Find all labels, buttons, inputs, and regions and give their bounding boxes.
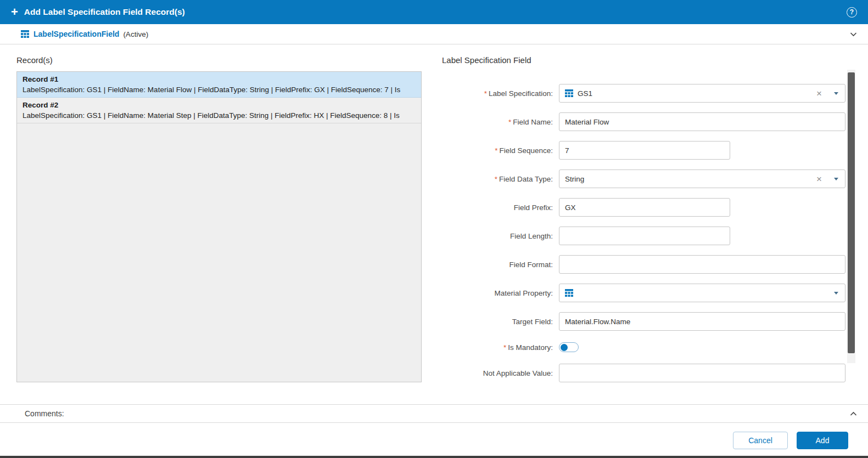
record-list-item-2[interactable]: Record #2 LabelSpecification: GS1 | Fiel… [17, 98, 421, 123]
target-field-label: Target Field: [442, 317, 559, 326]
field-name-input[interactable] [559, 112, 845, 131]
dialog-header: + Add Label Specification Field Record(s… [0, 0, 868, 24]
form-row-material-property: Material Property: [442, 284, 846, 302]
required-marker: * [495, 175, 497, 183]
field-sequence-input[interactable] [559, 141, 730, 160]
form-row-field-prefix: Field Prefix: [442, 198, 846, 217]
label-text: Not Applicable Value: [483, 369, 553, 377]
footer-actions: Cancel Add [733, 432, 848, 449]
is-mandatory-label: *Is Mandatory: [442, 343, 559, 352]
lookup-table-icon [565, 289, 573, 297]
dropdown-caret-icon[interactable] [834, 92, 838, 95]
form-row-field-sequence: *Field Sequence: [442, 141, 846, 160]
required-marker: * [503, 343, 506, 352]
clear-icon[interactable]: × [816, 174, 822, 184]
form-row-field-format: Field Format: [442, 255, 846, 274]
label-text: Field Data Type: [499, 175, 553, 183]
chevron-up-icon[interactable] [849, 409, 858, 419]
record-summary: LabelSpecification: GS1 | FieldName: Mat… [23, 110, 416, 121]
entity-name-link[interactable]: LabelSpecificationField [33, 30, 119, 38]
chevron-down-icon[interactable] [849, 30, 858, 39]
label-text: Is Mandatory: [508, 343, 553, 352]
dropdown-caret-icon[interactable] [834, 292, 838, 295]
form-row-field-name: *Field Name: [442, 112, 846, 131]
label-specification-field-form: *Label Specification: GS1 × *Field Name:… [442, 84, 846, 384]
not-applicable-value-input[interactable] [559, 364, 845, 382]
required-marker: * [484, 89, 487, 98]
field-prefix-input[interactable] [559, 198, 730, 217]
entity-status: (Active) [123, 30, 148, 38]
record-title: Record #1 [23, 74, 416, 84]
field-length-label: Field Length: [442, 231, 559, 241]
field-sequence-label: *Field Sequence: [442, 146, 559, 155]
material-property-combobox[interactable] [559, 284, 845, 302]
required-marker: * [508, 118, 511, 126]
toggle-knob [561, 344, 568, 351]
form-row-field-length: Field Length: [442, 227, 846, 245]
form-panel-title: Label Specification Field [442, 55, 531, 65]
field-data-type-value: String [565, 175, 812, 183]
form-scrollbar-thumb[interactable] [848, 72, 855, 353]
label-text: Label Specification: [489, 89, 553, 98]
lookup-table-icon [565, 89, 573, 98]
dropdown-caret-icon[interactable] [834, 178, 838, 180]
form-row-field-data-type: *Field Data Type: String × [442, 169, 846, 188]
label-specification-combobox[interactable]: GS1 × [559, 84, 845, 103]
field-prefix-label: Field Prefix: [442, 203, 559, 212]
window-bottom-edge [0, 456, 868, 458]
clear-icon[interactable]: × [816, 89, 822, 98]
dialog-title: Add Label Specification Field Record(s) [24, 7, 185, 17]
entity-bar: LabelSpecificationField (Active) [0, 24, 868, 44]
label-text: Field Length: [510, 232, 553, 240]
form-row-label-specification: *Label Specification: GS1 × [442, 84, 846, 103]
form-row-target-field: Target Field: [442, 312, 846, 331]
add-icon: + [11, 6, 18, 18]
form-row-not-applicable-value: Not Applicable Value: [442, 364, 846, 382]
label-text: Field Format: [509, 261, 553, 269]
records-panel-title: Record(s) [16, 55, 53, 65]
entity-table-icon [21, 30, 29, 38]
add-button[interactable]: Add [797, 432, 848, 449]
comments-label: Comments: [25, 409, 64, 418]
field-format-input[interactable] [559, 255, 845, 274]
record-title: Record #2 [23, 100, 416, 110]
field-data-type-select[interactable]: String × [559, 169, 845, 188]
is-mandatory-toggle[interactable] [559, 342, 579, 352]
field-length-input[interactable] [559, 227, 730, 245]
label-text: Material Property: [494, 289, 553, 297]
label-text: Target Field: [512, 318, 553, 326]
field-name-label: *Field Name: [442, 117, 559, 127]
help-icon[interactable]: ? [847, 7, 857, 18]
record-list-item-1[interactable]: Record #1 LabelSpecification: GS1 | Fiel… [17, 72, 421, 98]
label-text: Field Prefix: [514, 203, 553, 212]
cancel-button[interactable]: Cancel [733, 432, 788, 449]
form-row-is-mandatory: *Is Mandatory: [442, 341, 846, 354]
label-text: Field Name: [513, 118, 553, 126]
label-specification-label: *Label Specification: [442, 89, 559, 98]
field-format-label: Field Format: [442, 260, 559, 269]
label-specification-value: GS1 [578, 89, 812, 98]
material-property-label: Material Property: [442, 289, 559, 298]
required-marker: * [495, 146, 497, 155]
target-field-input[interactable] [559, 312, 845, 331]
record-summary: LabelSpecification: GS1 | FieldName: Mat… [23, 84, 416, 95]
comments-section: Comments: [0, 404, 868, 423]
not-applicable-value-label: Not Applicable Value: [442, 369, 559, 378]
field-data-type-label: *Field Data Type: [442, 174, 559, 184]
label-text: Field Sequence: [499, 146, 553, 155]
records-list: Record #1 LabelSpecification: GS1 | Fiel… [16, 71, 422, 382]
